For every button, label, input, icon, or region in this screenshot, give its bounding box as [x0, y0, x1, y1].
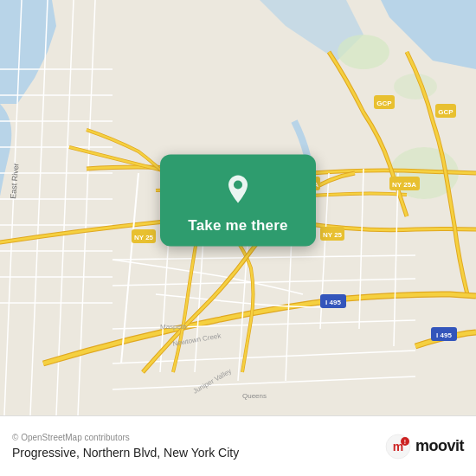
- svg-text:Queens: Queens: [242, 392, 267, 400]
- svg-text:I 495: I 495: [436, 331, 452, 339]
- place-name-label: Progressive, Northern Blvd, New York Cit…: [12, 446, 239, 460]
- app: NY 25 NY 25A NY 25A NY 25A NY 25 GCP GCP…: [0, 0, 476, 476]
- svg-point-54: [234, 181, 242, 190]
- bottom-info-bar: © OpenStreetMap contributors Progressive…: [0, 415, 476, 476]
- map-container: NY 25 NY 25A NY 25A NY 25A NY 25 GCP GCP…: [0, 0, 476, 415]
- place-info: © OpenStreetMap contributors Progressive…: [12, 433, 239, 460]
- moovit-logo: m ! moovit: [384, 433, 464, 460]
- location-pin-icon: [219, 170, 257, 209]
- svg-text:I 495: I 495: [325, 299, 341, 306]
- map-attribution: © OpenStreetMap contributors: [12, 433, 239, 442]
- svg-point-2: [394, 74, 437, 100]
- moovit-brand-text: moovit: [415, 437, 464, 455]
- svg-text:NY 25: NY 25: [323, 231, 343, 239]
- svg-text:GCP: GCP: [376, 100, 392, 107]
- svg-text:NY 25: NY 25: [134, 234, 154, 241]
- moovit-logo-icon: m !: [384, 433, 412, 460]
- svg-text:Maspeth: Maspeth: [160, 323, 187, 331]
- svg-text:!: !: [404, 439, 406, 445]
- svg-text:GCP: GCP: [438, 108, 453, 116]
- navigate-overlay-card[interactable]: Take me there: [160, 155, 316, 247]
- take-me-there-button[interactable]: Take me there: [188, 217, 287, 235]
- svg-text:NY 25A: NY 25A: [392, 181, 416, 189]
- svg-point-1: [338, 35, 389, 69]
